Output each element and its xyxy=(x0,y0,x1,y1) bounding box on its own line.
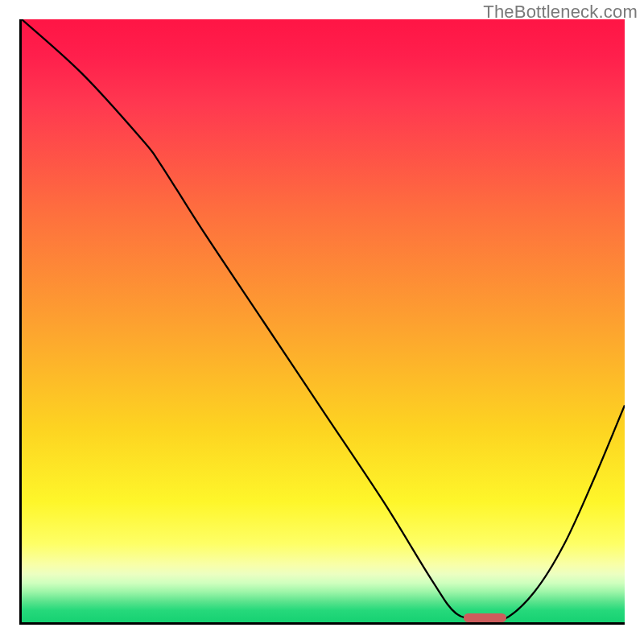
bottleneck-curve xyxy=(22,19,625,622)
plot-area xyxy=(19,19,625,625)
watermark-text: TheBottleneck.com xyxy=(483,2,638,23)
optimal-range-marker xyxy=(464,613,506,622)
